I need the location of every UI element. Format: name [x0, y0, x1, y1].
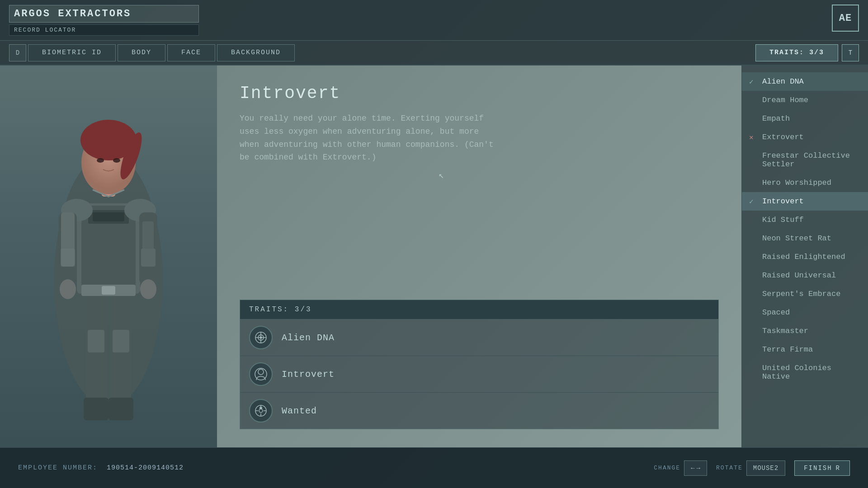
svg-rect-4 [93, 212, 124, 221]
svg-point-12 [140, 279, 156, 299]
sidebar-trait-label: Raised Universal [762, 271, 836, 280]
cursor-indicator: ↖ [439, 169, 444, 181]
sidebar-trait-item[interactable]: ✕Extrovert [742, 128, 868, 146]
trait-item-label: Introvert [282, 369, 335, 380]
sidebar-trait-item[interactable]: Empath [742, 109, 868, 128]
trait-item-wanted[interactable]: Wanted [240, 393, 718, 429]
nav-tabs: D BIOMETRIC ID BODY FACE BACKGROUND TRAI… [0, 41, 868, 66]
sidebar-trait-label: Taskmaster [762, 327, 808, 335]
sidebar-trait-list: ✓Alien DNADream HomeEmpath✕ExtrovertFree… [742, 72, 868, 386]
sidebar-trait-label: Serpent's Embrace [762, 290, 840, 298]
sidebar-trait-item[interactable]: Serpent's Embrace [742, 285, 868, 303]
sidebar-trait-item[interactable]: Freestar Collective Settler [742, 146, 868, 174]
sidebar-trait-item[interactable]: Neon Street Rat [742, 229, 868, 248]
sidebar-trait-label: Spaced [762, 308, 790, 317]
introvert-icon [249, 362, 273, 386]
sidebar-trait-item[interactable]: Spaced [742, 303, 868, 322]
trait-item-label: Alien DNA [282, 333, 335, 343]
check-icon: ✓ [749, 197, 754, 206]
svg-point-38 [259, 409, 263, 413]
sidebar-trait-item[interactable]: United Colonies Native [742, 359, 868, 386]
sidebar-trait-label: Raised Enlightened [762, 253, 845, 261]
svg-point-11 [60, 279, 76, 299]
traits-box-header: TRAITS: 3/3 [240, 300, 718, 319]
tab-body[interactable]: BODY [118, 44, 165, 61]
sidebar-trait-label: Introvert [762, 197, 804, 206]
nav-left-button[interactable]: D [9, 44, 26, 61]
sidebar-trait-label: United Colonies Native [762, 364, 831, 381]
record-locator: RECORD LOCATOR [9, 24, 199, 36]
sidebar-trait-label: Dream Home [762, 96, 808, 104]
sidebar-trait-item[interactable]: Dream Home [742, 91, 868, 109]
nav-right-button[interactable]: T [842, 44, 859, 61]
rotate-control: ROTATE MOUSE2 [716, 460, 785, 476]
tab-background[interactable]: BACKGROUND [217, 44, 295, 61]
svg-point-24 [97, 158, 104, 163]
employee-number: 190514-2009140512 [107, 464, 184, 472]
change-label: CHANGE [654, 465, 680, 471]
bottom-controls: CHANGE ← → ROTATE MOUSE2 FINISH R [654, 460, 850, 476]
svg-rect-28 [61, 212, 75, 267]
svg-point-25 [113, 158, 120, 163]
arrow-left-button[interactable]: ← → [684, 460, 707, 476]
top-bar: ARGOS EXTRACTORS RECORD LOCATOR AE [0, 0, 868, 41]
sidebar-trait-label: Kid Stuff [762, 216, 804, 224]
character-portrait [23, 77, 194, 447]
sidebar-trait-label: Hero Worshipped [762, 178, 831, 187]
traits-selected-box: TRAITS: 3/3 Alien DNA [240, 300, 719, 429]
employee-label: EMPLOYEE NUMBER: [18, 464, 98, 472]
rotate-key-button[interactable]: MOUSE2 [746, 460, 785, 476]
bottom-bar: EMPLOYEE NUMBER: 190514-2009140512 CHANG… [0, 447, 868, 488]
company-logo: AE [832, 5, 859, 32]
sidebar-trait-label: Freestar Collective Settler [762, 151, 850, 169]
sidebar-trait-item[interactable]: Hero Worshipped [742, 174, 868, 192]
svg-point-22 [88, 122, 106, 154]
sidebar-trait-label: Alien DNA [762, 77, 804, 86]
trait-item-introvert[interactable]: Introvert [240, 356, 718, 393]
svg-rect-29 [142, 221, 154, 258]
portrait-area [0, 66, 217, 447]
rotate-label: ROTATE [716, 465, 743, 471]
wanted-icon [249, 399, 273, 422]
finish-control: FINISH R [794, 460, 850, 476]
tab-face[interactable]: FACE [167, 44, 215, 61]
svg-rect-15 [88, 330, 104, 352]
selected-trait-description: You really need your alone time. Exertin… [240, 112, 502, 164]
selected-trait-title: Introvert [240, 84, 719, 103]
change-control: CHANGE ← → [654, 460, 707, 476]
sidebar-trait-item[interactable]: Raised Universal [742, 266, 868, 285]
svg-point-43 [259, 407, 262, 409]
svg-rect-16 [113, 330, 129, 352]
svg-rect-27 [102, 286, 115, 295]
svg-point-34 [260, 337, 262, 339]
sidebar-trait-label: Neon Street Rat [762, 234, 831, 243]
svg-point-36 [255, 368, 267, 380]
company-title: ARGOS EXTRACTORS [9, 5, 199, 23]
svg-rect-18 [108, 398, 133, 420]
alien-dna-icon [249, 326, 273, 349]
top-bar-left: ARGOS EXTRACTORS RECORD LOCATOR [0, 0, 208, 40]
tab-biometric[interactable]: BIOMETRIC ID [28, 44, 116, 61]
traits-sidebar: ✓Alien DNADream HomeEmpath✕ExtrovertFree… [741, 66, 868, 447]
sidebar-trait-item[interactable]: Taskmaster [742, 322, 868, 340]
sidebar-trait-item[interactable]: ✓Introvert [742, 192, 868, 211]
svg-point-35 [258, 369, 264, 375]
sidebar-trait-label: Terra Firma [762, 345, 813, 354]
finish-button[interactable]: FINISH R [794, 460, 850, 476]
x-icon: ✕ [749, 133, 754, 142]
svg-rect-17 [84, 398, 108, 420]
sidebar-trait-item[interactable]: ✓Alien DNA [742, 72, 868, 91]
sidebar-trait-label: Empath [762, 114, 790, 123]
logo-text: AE [839, 13, 852, 24]
sidebar-trait-item[interactable]: Terra Firma [742, 340, 868, 359]
sidebar-trait-item[interactable]: Kid Stuff [742, 211, 868, 229]
sidebar-trait-item[interactable]: Raised Enlightened [742, 248, 868, 266]
main-content: Introvert You really need your alone tim… [0, 66, 868, 447]
check-icon: ✓ [749, 77, 754, 86]
info-panel: Introvert You really need your alone tim… [217, 66, 741, 447]
trait-item-label: Wanted [282, 406, 317, 416]
sidebar-trait-label: Extrovert [762, 133, 804, 141]
tab-traits[interactable]: TRAITS: 3/3 [755, 44, 838, 61]
trait-item-alien-dna[interactable]: Alien DNA [240, 319, 718, 356]
